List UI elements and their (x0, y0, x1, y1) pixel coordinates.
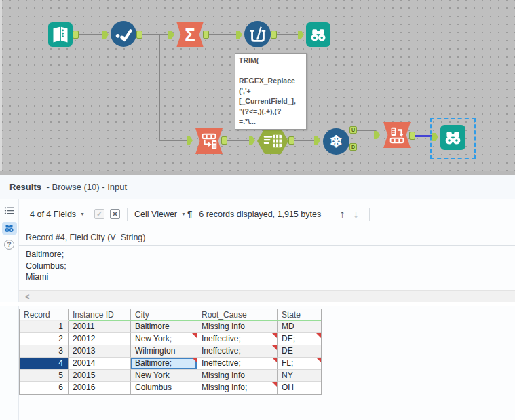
truncation-indicator (316, 358, 321, 362)
data-view-button[interactable] (2, 222, 17, 235)
output-anchor[interactable] (73, 31, 79, 39)
instance-id-cell[interactable]: 20014 (69, 358, 131, 370)
toolbar-separator (328, 208, 328, 221)
results-left-strip: ? (0, 199, 19, 420)
column-header-state[interactable]: State (278, 309, 321, 321)
record-number-cell[interactable]: 1 (20, 321, 69, 333)
connection-wire[interactable] (356, 130, 376, 131)
root-cause-cell[interactable]: Missing Info (197, 370, 278, 382)
city-cell[interactable]: Wilmington (131, 345, 197, 358)
instance-id-cell[interactable]: 20013 (69, 345, 131, 358)
instance-id-cell[interactable]: 20016 (69, 382, 131, 394)
record-number-cell[interactable]: 6 (20, 382, 69, 394)
cellviewer-table-splitter[interactable] (0, 302, 515, 306)
city-cell-selected[interactable]: Baltimore; (131, 358, 197, 370)
root-cause-cell[interactable]: Missing Info (197, 321, 278, 333)
connection-wire[interactable] (78, 34, 104, 35)
column-header-city[interactable]: City (131, 309, 197, 321)
input-anchor[interactable] (168, 31, 174, 39)
output-anchor[interactable] (136, 31, 142, 39)
input-anchor[interactable] (314, 136, 320, 145)
instance-id-cell[interactable]: 20012 (69, 333, 131, 345)
root-cause-cell[interactable]: Ineffective; (197, 345, 278, 358)
table-header-row: Record Instance ID City Root_Cause State (20, 309, 321, 321)
help-icon[interactable]: ? (4, 240, 14, 250)
city-cell[interactable]: New York (131, 370, 197, 382)
text-to-columns-tool[interactable] (257, 128, 288, 154)
record-number-cell[interactable]: 2 (20, 333, 69, 345)
horizontal-scrollbar[interactable]: < (19, 290, 515, 302)
select-check-icon (113, 24, 134, 44)
apply-checkbox-button[interactable]: ✓ (94, 209, 104, 219)
input-anchor[interactable] (374, 131, 380, 139)
state-cell[interactable]: MD (278, 321, 321, 333)
input-data-tool[interactable] (48, 22, 73, 47)
column-header-root-cause[interactable]: Root_Cause (197, 309, 278, 321)
root-cause-cell[interactable]: Ineffective; (197, 333, 278, 345)
table-row: 5 20015 New York Missing Info NY (20, 370, 321, 382)
city-cell[interactable]: Columbus (131, 382, 197, 394)
transpose-tool[interactable] (195, 128, 223, 154)
column-header-instance-id[interactable]: Instance ID (69, 309, 131, 321)
cross-tab-icon (387, 125, 407, 145)
unique-output-anchor-d[interactable]: D (349, 143, 357, 151)
input-anchor[interactable] (249, 136, 255, 145)
instance-id-cell[interactable]: 20015 (69, 370, 131, 382)
record-number-cell[interactable]: 3 (20, 345, 69, 358)
connection-wire[interactable] (142, 34, 170, 35)
state-cell[interactable]: NY (278, 370, 321, 382)
output-anchor[interactable] (288, 136, 294, 145)
sigma-icon: Σ (185, 26, 195, 43)
connection-wire[interactable] (227, 140, 251, 141)
city-cell[interactable]: New York; (131, 333, 197, 345)
fields-dropdown[interactable]: 4 of 4 Fields ▼ (30, 210, 85, 219)
connection-wire[interactable] (159, 35, 160, 141)
input-anchor[interactable] (187, 136, 193, 145)
browse-tool-top[interactable] (306, 22, 330, 47)
connection-wire[interactable] (294, 140, 316, 141)
input-anchor[interactable] (298, 31, 304, 39)
metadata-view-button[interactable] (2, 204, 17, 217)
transpose-icon (199, 131, 219, 151)
whitespace-toggle-button[interactable]: ¶ (187, 209, 192, 219)
truncation-indicator (192, 333, 197, 338)
input-anchor[interactable] (236, 31, 242, 39)
cell-viewer-dropdown[interactable]: Cell Viewer ▼ (134, 210, 186, 219)
input-anchor[interactable] (102, 31, 109, 39)
state-cell[interactable]: FL; (278, 358, 321, 370)
chevron-down-icon: ▼ (80, 212, 85, 216)
results-title-context: - Browse (10) - Input (47, 182, 128, 192)
next-record-button[interactable]: ↓ (353, 208, 358, 221)
output-anchor[interactable] (409, 132, 415, 140)
output-anchor[interactable] (271, 31, 277, 39)
cross-tab-tool[interactable] (383, 122, 411, 148)
instance-id-cell[interactable]: 20011 (69, 321, 131, 333)
unique-output-anchor-u[interactable]: U (349, 126, 357, 134)
root-cause-cell[interactable]: Ineffective; (197, 358, 278, 370)
previous-record-button[interactable]: ↑ (339, 208, 345, 221)
fields-dropdown-label: 4 of 4 Fields (30, 210, 76, 219)
root-cause-cell[interactable]: Missing Info; (197, 382, 278, 394)
state-cell[interactable]: OH (278, 382, 321, 394)
scroll-left-icon[interactable]: < (25, 292, 29, 301)
unique-tool[interactable]: ❄ (323, 128, 349, 155)
column-header-record[interactable]: Record (20, 309, 69, 321)
output-anchor[interactable] (203, 31, 209, 39)
connection-wire[interactable] (276, 34, 300, 35)
record-number-cell[interactable]: 5 (20, 370, 69, 382)
table-row: 6 20016 Columbus Missing Info; OH (20, 382, 321, 394)
state-cell[interactable]: DE (278, 345, 321, 358)
connection-wire[interactable] (159, 140, 189, 141)
connection-wire[interactable] (208, 34, 238, 35)
output-anchor[interactable] (221, 136, 227, 145)
multi-field-formula-tool[interactable] (244, 21, 271, 47)
record-number-cell[interactable]: 4 (20, 358, 69, 370)
summarize-tool[interactable]: Σ (176, 22, 204, 47)
city-cell[interactable]: Baltimore (131, 321, 197, 333)
state-cell[interactable]: DE; (278, 333, 321, 345)
binoculars-icon (3, 224, 15, 233)
truncation-indicator (316, 333, 321, 338)
clear-selection-button[interactable]: ✕ (110, 209, 120, 219)
workflow-canvas[interactable]: Σ ❄ (0, 0, 515, 172)
select-tool[interactable] (111, 21, 136, 47)
